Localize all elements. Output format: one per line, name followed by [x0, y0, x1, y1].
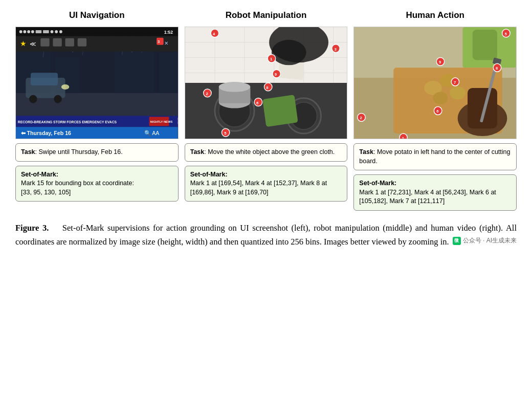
- svg-text:1: 1: [402, 136, 405, 139]
- svg-text:★: ★: [20, 40, 27, 48]
- task-text-robot: Move the white object above the green cl…: [208, 148, 335, 155]
- svg-text:⬅ Thursday, Feb 16: ⬅ Thursday, Feb 16: [21, 130, 71, 136]
- som-text-ui-nav: Mark 15 for bounding box at coordinate: …: [21, 179, 173, 197]
- som-box-human: Set-of-Mark: Mark 1 at [72,231], Mark 4 …: [353, 174, 517, 211]
- image-ui-nav: 1:52 ★ ≪ ✕ 3 15 REC: [15, 27, 179, 139]
- task-text-ui-nav: Swipe until Thursday, Feb 16.: [39, 148, 123, 155]
- columns-section: UI Navigation: [15, 10, 517, 211]
- svg-rect-7: [31, 73, 58, 85]
- svg-rect-39: [65, 38, 74, 47]
- column-ui-nav: UI Navigation: [15, 10, 179, 211]
- svg-point-26: [27, 30, 30, 33]
- svg-point-10: [61, 84, 69, 90]
- svg-point-27: [31, 30, 34, 33]
- svg-point-74: [272, 40, 306, 65]
- figure-label: Figure 3.: [15, 223, 49, 233]
- caption-section: Figure 3. Set-of-Mark supervisions for a…: [15, 221, 517, 249]
- col-title-human: Human Action: [353, 10, 517, 20]
- svg-text:1:52: 1:52: [164, 30, 173, 35]
- svg-rect-28: [36, 30, 42, 33]
- page-container: UI Navigation: [15, 10, 517, 249]
- human-svg: 5 9 8 7 6 2 1 4 10: [354, 27, 516, 139]
- svg-text:✕: ✕: [164, 40, 168, 46]
- svg-text:7: 7: [454, 80, 456, 85]
- svg-point-24: [19, 30, 23, 33]
- svg-text:3: 3: [158, 39, 160, 44]
- task-colon-human: :: [373, 148, 377, 155]
- som-label-robot: Set-of-Mark:: [190, 170, 342, 180]
- col-title-robot: Robot Manipulation: [185, 10, 348, 20]
- watermark: 微 公众号 · AI生成未来: [453, 236, 517, 246]
- task-label-robot: Task: [190, 148, 205, 155]
- svg-text:6: 6: [256, 101, 259, 105]
- som-text-human: Mark 1 at [72,231], Mark 4 at [56,243], …: [359, 188, 511, 206]
- svg-text:1: 1: [270, 57, 273, 61]
- caption-paragraph: Figure 3. Set-of-Mark supervisions for a…: [15, 221, 517, 249]
- svg-rect-29: [43, 30, 49, 33]
- svg-point-70: [218, 82, 250, 92]
- svg-text:9: 9: [274, 72, 277, 77]
- som-text-robot: Mark 1 at [169,54], Mark 4 at [152,37], …: [190, 179, 342, 197]
- svg-text:4: 4: [213, 32, 215, 36]
- task-box-robot: Task: Move the white object above the gr…: [185, 143, 348, 162]
- watermark-text: 公众号 · AI生成未来: [463, 236, 517, 246]
- svg-text:8: 8: [266, 85, 269, 90]
- task-box-ui-nav: Task: Swipe until Thursday, Feb 16.: [15, 143, 179, 162]
- svg-point-31: [55, 30, 58, 33]
- svg-rect-37: [40, 38, 49, 47]
- svg-text:≪: ≪: [30, 40, 36, 47]
- caption-body: Set-of-Mark supervisions for action grou…: [15, 223, 517, 247]
- column-human: Human Action: [353, 10, 517, 211]
- image-robot: 4 3 1 9 8 6 2 5: [185, 27, 348, 139]
- task-box-human: Task: Move potato in left hand to the ce…: [353, 143, 517, 170]
- svg-rect-71: [262, 95, 298, 127]
- svg-point-9: [54, 95, 61, 103]
- task-label-human: Task: [359, 148, 373, 155]
- svg-text:RECORD-BREAKING STORM FORCES E: RECORD-BREAKING STORM FORCES EMERGENCY E…: [18, 120, 117, 124]
- svg-rect-93: [473, 30, 497, 60]
- task-text-human: Move potato in left hand to the center o…: [359, 148, 510, 165]
- svg-text:2: 2: [360, 116, 363, 120]
- svg-rect-34: [16, 36, 178, 52]
- som-box-robot: Set-of-Mark: Mark 1 at [169,54], Mark 4 …: [185, 166, 348, 202]
- image-human: 5 9 8 7 6 2 1 4 10: [353, 27, 517, 139]
- svg-text:NIGHTLY NEWS: NIGHTLY NEWS: [150, 120, 173, 123]
- task-label-ui-nav: Task: [21, 148, 35, 155]
- robot-svg: 4 3 1 9 8 6 2 5: [185, 27, 347, 139]
- svg-rect-101: [468, 88, 497, 128]
- svg-point-99: [450, 86, 466, 100]
- task-colon-ui-nav: :: [35, 148, 39, 155]
- svg-text:5: 5: [224, 131, 227, 136]
- wechat-icon: 微: [453, 237, 461, 245]
- svg-text:3: 3: [334, 47, 337, 51]
- svg-text:8: 8: [496, 66, 498, 71]
- rain-svg: 1:52 ★ ≪ ✕ 3 15 REC: [16, 27, 178, 139]
- col-title-ui-nav: UI Navigation: [15, 10, 179, 20]
- svg-point-32: [59, 30, 62, 33]
- svg-point-30: [51, 30, 54, 33]
- som-label-ui-nav: Set-of-Mark:: [21, 170, 173, 180]
- svg-point-8: [29, 95, 37, 103]
- svg-point-25: [23, 30, 26, 33]
- svg-text:2: 2: [206, 92, 208, 96]
- svg-rect-38: [53, 38, 61, 47]
- svg-text:9: 9: [439, 60, 441, 64]
- svg-rect-40: [78, 38, 86, 47]
- svg-point-98: [433, 92, 448, 104]
- svg-rect-5: [159, 53, 178, 93]
- som-box-ui-nav: Set-of-Mark: Mark 15 for bounding box at…: [15, 166, 179, 202]
- svg-text:5: 5: [505, 32, 507, 36]
- svg-text:6: 6: [437, 109, 439, 114]
- column-robot: Robot Manipulation: [185, 10, 348, 211]
- som-label-human: Set-of-Mark:: [359, 179, 511, 188]
- svg-text:🔍 AA: 🔍 AA: [144, 130, 160, 137]
